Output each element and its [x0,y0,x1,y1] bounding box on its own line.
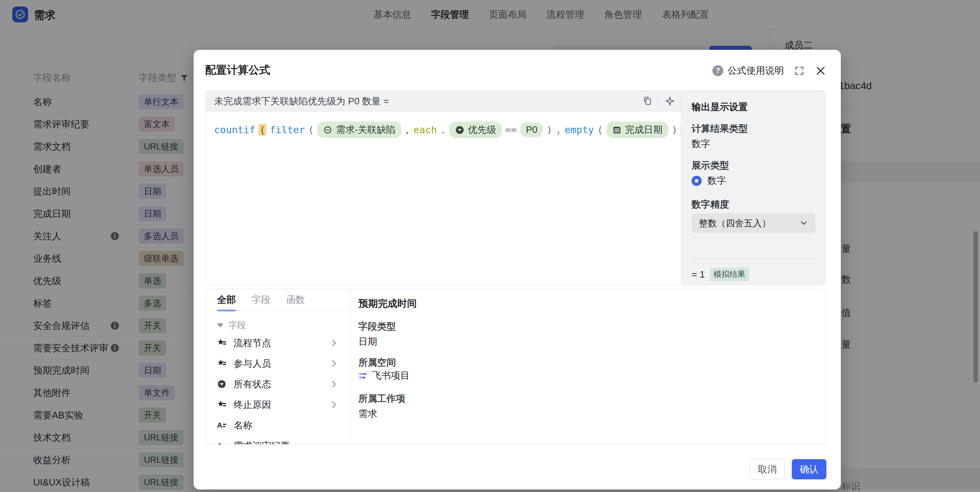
formula-name-bar: 未完成需求下关联缺陷优先级为 P0 数量 = [205,91,682,112]
dialog-header-actions: ? 公式使用说明 [713,64,826,77]
expand-icon[interactable] [794,65,805,76]
field-token: 需求-关联缺陷 [317,121,401,138]
workflow-icon [217,358,227,368]
field-list: 流程节点参与人员所有状态终止原因A名称A需求评审纪要 [205,332,351,445]
picker-tabs: 全部字段函数 [217,294,305,311]
code-token: == [505,124,517,135]
result-type-label: 计算结果类型 [692,122,748,135]
link-icon [323,125,332,135]
field-list-item[interactable]: 流程节点 [205,332,351,353]
formula-config-dialog: 配置计算公式 ? 公式使用说明 未完成需求下关联缺陷优先级为 P0 数量 = [194,50,841,489]
code-token: ( [259,124,266,136]
tabs-divider [205,310,351,310]
space-value-row: 飞书项目 [358,369,410,382]
confirm-button[interactable]: 确认 [792,459,826,479]
simulation-result: = 1 模拟结果 [692,267,749,281]
sparkle-icon[interactable] [665,96,675,107]
workitem-value: 需求 [358,407,377,420]
field-token: 优先级 [449,121,502,138]
field-item-label: 终止原因 [234,398,271,411]
display-type-label: 展示类型 [692,159,729,172]
settings-heading: 输出显示设置 [692,101,748,113]
formula-expression[interactable]: countif(filter(需求-关联缺陷,each.优先级==P0),emp… [214,121,689,138]
code-token: countif [214,124,255,135]
field-type-value: 日期 [358,335,377,348]
chevron-right-icon [329,338,339,348]
chevron-right-icon [329,359,339,368]
picker-tab-2[interactable]: 字段 [252,294,270,311]
help-icon: ? [713,65,723,76]
picker-tab-1[interactable]: 全部 [217,294,236,311]
space-label: 所属空间 [358,356,396,369]
field-type-label: 字段类型 [358,320,396,333]
field-picker-panel: 全部字段函数 字段 流程节点参与人员所有状态终止原因A名称A需求评审纪要 预期完… [205,289,826,445]
chevron-right-icon [329,379,339,389]
field-detail-panel: 预期完成时间 字段类型 日期 所属空间 飞书项目 所属工作项 需求 [351,289,825,445]
copy-icon[interactable] [643,96,652,106]
simulation-badge: 模拟结果 [710,267,749,281]
status-icon [455,125,465,135]
field-item-label: 名称 [234,419,252,431]
workflow-icon [217,399,227,409]
picker-tab-3[interactable]: 函数 [286,294,305,311]
code-token: each [414,124,437,135]
chevron-right-icon [329,400,339,409]
code-token: filter [270,124,305,135]
field-list-item[interactable]: 终止原因 [205,394,351,415]
field-item-label: 需求评审纪要 [234,439,290,445]
field-token: 完成日期 [606,121,668,138]
code-token: ) [546,124,552,135]
formula-name: 未完成需求下关联缺陷优先级为 P0 数量 = [214,94,389,107]
field-list-item[interactable]: 所有状态 [205,374,351,394]
detail-title: 预期完成时间 [358,297,417,310]
field-list-item[interactable]: A需求评审纪要 [205,435,351,445]
code-token: , [404,124,410,135]
radio-selected-icon[interactable] [692,176,702,186]
formula-card: 未完成需求下关联缺陷优先级为 P0 数量 = countif(filter(需求… [205,90,826,285]
code-token: ) [672,124,678,135]
chevron-down-icon [799,218,808,228]
result-type-value: 数字 [692,137,710,150]
status-icon [217,379,226,389]
workflow-icon [217,338,227,348]
svg-text:A: A [217,421,223,429]
code-token: , [555,124,562,135]
display-type-option[interactable]: 数字 [692,174,726,187]
screen: 需求 基本信息字段管理页面布局流程管理角色管理表格列配置 字段名称 字段类型 名… [0,0,980,492]
code-token: ( [308,124,314,135]
field-list-item[interactable]: A名称 [205,415,351,435]
cancel-button[interactable]: 取消 [750,459,784,479]
collapse-triangle-icon [217,323,224,327]
field-item-label: 流程节点 [234,336,271,349]
result-value: = 1 [692,269,705,280]
formula-help-link[interactable]: ? 公式使用说明 [713,64,784,77]
code-token: empty [565,124,594,135]
field-item-label: 所有状态 [234,378,271,390]
dialog-title: 配置计算公式 [205,63,270,78]
svg-text:A: A [217,442,223,445]
precision-select[interactable]: 整数（四舍五入） [692,213,816,233]
text-field-icon: A [217,420,227,430]
close-icon[interactable] [815,65,826,77]
field-token: P0 [520,122,543,137]
calendar-icon [612,125,622,135]
text-field-icon: A [217,441,227,445]
workitem-label: 所属工作项 [358,392,405,405]
field-group-toggle[interactable]: 字段 [217,319,246,331]
settings-divider [692,259,816,259]
field-list-item[interactable]: 参与人员 [205,353,351,374]
field-item-label: 参与人员 [234,357,271,370]
output-settings-panel: 输出显示设置 计算结果类型 数字 展示类型 数字 数字精度 整数（四舍五入） =… [681,91,825,285]
picker-column: 全部字段函数 字段 流程节点参与人员所有状态终止原因A名称A需求评审纪要 [205,289,351,445]
code-token: ( [597,124,603,135]
space-icon [358,371,368,380]
icon-divider [659,96,659,107]
precision-label: 数字精度 [692,198,729,211]
code-token: . [440,124,446,135]
